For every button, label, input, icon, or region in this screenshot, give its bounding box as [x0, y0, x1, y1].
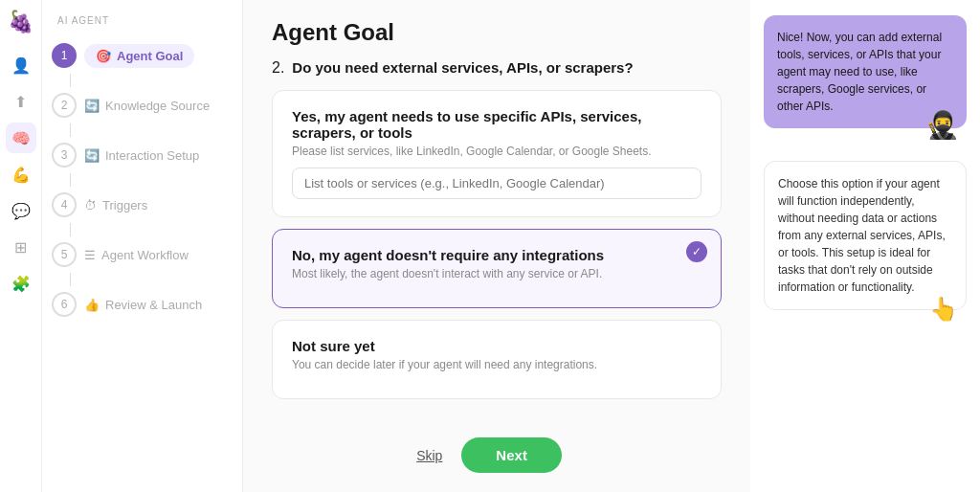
step-3-row[interactable]: 3 🔄 Interaction Setup [42, 137, 242, 173]
step-5-label[interactable]: ☰ Agent Workflow [84, 248, 189, 262]
step-1-row[interactable]: 1 🎯 Agent Goal [42, 37, 242, 74]
option-apis-desc: Please list services, like LinkedIn, Goo… [292, 145, 702, 158]
app-logo-icon: 🍇 [8, 10, 33, 34]
option-no-integrations-card[interactable]: ✓ No, my agent doesn't require any integ… [272, 229, 722, 308]
step-4-label[interactable]: ⏱ Triggers [84, 198, 147, 212]
tip-bubble-2: Choose this option if your agent will fu… [764, 161, 967, 310]
step-5-number: 5 [52, 242, 77, 267]
step-3-label[interactable]: 🔄 Interaction Setup [84, 148, 199, 163]
step-6-row[interactable]: 6 👍 Review & Launch [42, 286, 242, 323]
ninja-2-icon: 👆 [929, 292, 958, 326]
step-1-label[interactable]: 🎯 Agent Goal [84, 44, 194, 68]
nav-puzzle-icon[interactable]: 🧩 [6, 268, 36, 299]
step-2-row[interactable]: 2 🔄 Knowledge Source [42, 87, 242, 123]
step-6-number: 6 [52, 292, 77, 317]
nav-upload-icon[interactable]: ⬆ [6, 86, 36, 117]
option-apis-title: Yes, my agent needs to use specific APIs… [292, 108, 702, 141]
step-5-connector [70, 273, 71, 286]
option-no-integrations-title: No, my agent doesn't require any integra… [292, 247, 702, 263]
step-3-connector [70, 173, 71, 187]
page-title: Agent Goal [272, 19, 722, 46]
step-5-entry: 5 ☰ Agent Workflow [42, 236, 242, 286]
question-number: 2. [272, 59, 284, 77]
skip-button[interactable]: Skip [416, 448, 442, 463]
option-no-integrations-desc: Most likely, the agent doesn't interact … [292, 267, 702, 280]
step-5-icon: ☰ [84, 248, 96, 262]
question-text: Do you need external services, APIs, or … [292, 59, 633, 76]
step-6-icon: 👍 [84, 298, 100, 312]
step-4-number: 4 [52, 192, 77, 217]
icon-sidebar: 🍇 👤 ⬆ 🧠 💪 💬 ⊞ 🧩 [0, 0, 42, 492]
tip-1-text: Nice! Now, you can add external tools, s… [777, 31, 942, 113]
steps-sidebar: AI AGENT 1 🎯 Agent Goal 2 🔄 Knowledge So… [42, 0, 243, 492]
selected-check-icon: ✓ [686, 241, 707, 262]
nav-brain-icon[interactable]: 🧠 [6, 123, 36, 153]
step-2-entry: 2 🔄 Knowledge Source [42, 87, 242, 137]
ninja-1-icon: 🥷 [925, 105, 959, 145]
main-content: Agent Goal 2. Do you need external servi… [243, 0, 750, 492]
step-4-entry: 4 ⏱ Triggers [42, 187, 242, 236]
step-2-icon: 🔄 [84, 99, 100, 113]
step-2-connector [70, 123, 71, 137]
step-1-entry: 1 🎯 Agent Goal [42, 37, 242, 87]
nav-tool-icon[interactable]: 💪 [6, 159, 36, 190]
step-3-entry: 3 🔄 Interaction Setup [42, 137, 242, 187]
step-1-icon: 🎯 [96, 49, 111, 63]
step-2-number: 2 [52, 93, 77, 118]
nav-grid-icon[interactable]: ⊞ [6, 232, 36, 262]
tip-bubble-1: Nice! Now, you can add external tools, s… [764, 15, 967, 128]
option-not-sure-card[interactable]: Not sure yet You can decide later if you… [272, 320, 722, 399]
step-6-label[interactable]: 👍 Review & Launch [84, 298, 202, 312]
option-apis-card[interactable]: Yes, my agent needs to use specific APIs… [272, 90, 722, 217]
nav-user-icon[interactable]: 👤 [6, 50, 36, 80]
step-2-label[interactable]: 🔄 Knowledge Source [84, 99, 210, 113]
step-6-entry: 6 👍 Review & Launch [42, 286, 242, 323]
step-1-number: 1 [52, 43, 77, 68]
step-4-connector [70, 223, 71, 236]
step-3-number: 3 [52, 143, 77, 168]
option-not-sure-title: Not sure yet [292, 338, 702, 354]
option-apis-input[interactable] [292, 168, 702, 199]
next-button[interactable]: Next [461, 437, 562, 473]
option-not-sure-desc: You can decide later if your agent will … [292, 358, 702, 371]
nav-chat-icon[interactable]: 💬 [6, 195, 36, 226]
step-1-connector [70, 74, 71, 87]
app-label: AI AGENT [42, 15, 242, 37]
step-5-row[interactable]: 5 ☰ Agent Workflow [42, 236, 242, 273]
step-3-icon: 🔄 [84, 148, 100, 163]
tip-2-text: Choose this option if your agent will fu… [778, 177, 946, 294]
step-4-icon: ⏱ [84, 198, 97, 212]
right-panel: Nice! Now, you can add external tools, s… [750, 0, 980, 492]
step-4-row[interactable]: 4 ⏱ Triggers [42, 187, 242, 223]
bottom-nav: Skip Next [486, 437, 492, 473]
